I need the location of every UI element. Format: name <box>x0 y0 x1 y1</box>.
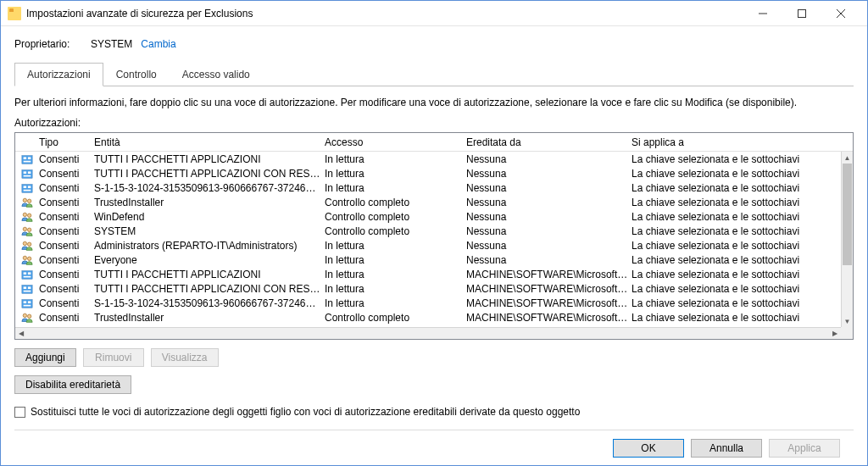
cell-ereditata: Nessuna <box>463 153 628 165</box>
tab-auditing[interactable]: Controllo <box>103 63 170 86</box>
cell-entita: TUTTI I PACCHETTI APPLICAZIONI <box>91 153 321 165</box>
permissions-label: Autorizzazioni: <box>14 117 854 129</box>
package-icon <box>19 182 36 194</box>
cell-ereditata: Nessuna <box>463 182 628 194</box>
svg-rect-5 <box>24 157 27 159</box>
close-button[interactable] <box>821 2 860 25</box>
cell-entita: TUTTI I PACCHETTI APPLICAZIONI CON RESTR… <box>91 283 321 295</box>
svg-point-22 <box>23 241 26 245</box>
svg-rect-34 <box>22 299 32 308</box>
cell-entita: TrustedInstaller <box>91 197 321 208</box>
ok-button[interactable]: OK <box>613 439 684 458</box>
cell-entita: TUTTI I PACCHETTI APPLICAZIONI <box>91 269 321 280</box>
owner-row: Proprietario: SYSTEM Cambia <box>14 38 854 50</box>
table-row[interactable]: ConsentiTUTTI I PACCHETTI APPLICAZIONIIn… <box>15 267 841 281</box>
minimize-button[interactable] <box>743 2 782 25</box>
cell-ereditata: MACHINE\SOFTWARE\Microsoft\Wind... <box>463 269 628 280</box>
replace-checkbox-label: Sostituisci tutte le voci di autorizzazi… <box>31 406 580 418</box>
svg-rect-10 <box>28 171 31 174</box>
svg-point-16 <box>23 198 26 202</box>
col-ereditata[interactable]: Ereditata da <box>463 136 628 148</box>
cell-entita: S-1-15-3-1024-3153509613-960666767-37246… <box>91 182 321 194</box>
group-icon <box>19 240 36 252</box>
svg-rect-9 <box>24 171 27 174</box>
cell-ereditata: Nessuna <box>463 168 628 180</box>
scroll-left-icon[interactable]: ◀ <box>15 328 27 339</box>
cell-tipo: Consenti <box>36 225 91 237</box>
svg-rect-33 <box>24 290 31 291</box>
svg-point-18 <box>23 213 26 216</box>
table-row[interactable]: ConsentiTUTTI I PACCHETTI APPLICAZIONI C… <box>15 166 841 180</box>
svg-point-21 <box>27 228 31 231</box>
svg-rect-30 <box>22 285 32 293</box>
svg-rect-7 <box>24 160 31 162</box>
scroll-corner <box>841 327 853 339</box>
table-row[interactable]: ConsentiTUTTI I PACCHETTI APPLICAZIONIIn… <box>15 152 841 166</box>
cell-entita: TUTTI I PACCHETTI APPLICAZIONI CON RESTR… <box>91 168 321 180</box>
table-row[interactable]: ConsentiTrustedInstallerControllo comple… <box>15 310 841 325</box>
cell-accesso: In lettura <box>321 254 463 266</box>
svg-rect-28 <box>28 272 31 275</box>
svg-rect-1 <box>798 9 806 17</box>
cell-applica: La chiave selezionata e le sottochiavi <box>628 211 841 223</box>
tab-permissions[interactable]: Autorizzazioni <box>14 63 103 86</box>
table-row[interactable]: ConsentiS-1-15-3-1024-3153509613-9606667… <box>15 180 841 195</box>
scroll-up-icon[interactable]: ▲ <box>842 152 853 164</box>
svg-point-17 <box>27 199 31 202</box>
table-row[interactable]: ConsentiAdministrators (REPARTO-IT\Admin… <box>15 238 841 252</box>
cell-accesso: Controllo completo <box>321 312 463 324</box>
table-row[interactable]: ConsentiEveryoneIn letturaNessunaLa chia… <box>15 252 841 267</box>
cell-tipo: Consenti <box>36 254 91 266</box>
cell-applica: La chiave selezionata e le sottochiavi <box>628 254 841 266</box>
table-row[interactable]: ConsentiTrustedInstallerControllo comple… <box>15 195 841 209</box>
button-row-2: Disabilita ereditarietà <box>14 375 854 394</box>
scroll-right-icon[interactable]: ▶ <box>829 328 841 339</box>
cell-applica: La chiave selezionata e le sottochiavi <box>628 283 841 295</box>
change-owner-link[interactable]: Cambia <box>141 38 175 50</box>
remove-button: Rimuovi <box>83 348 144 367</box>
tab-effective-access[interactable]: Accesso valido <box>170 63 263 86</box>
replace-checkbox-row: Sostituisci tutte le voci di autorizzazi… <box>14 406 854 418</box>
package-icon <box>19 168 36 180</box>
col-tipo[interactable]: Tipo <box>36 136 91 148</box>
cell-tipo: Consenti <box>36 283 91 295</box>
cell-tipo: Consenti <box>36 211 91 223</box>
instructions-text: Per ulteriori informazioni, fare doppio … <box>14 97 854 108</box>
svg-point-23 <box>27 242 31 246</box>
table-row[interactable]: ConsentiTUTTI I PACCHETTI APPLICAZIONI C… <box>15 281 841 296</box>
maximize-button[interactable] <box>782 2 821 25</box>
svg-point-24 <box>23 256 26 259</box>
table-row[interactable]: ConsentiS-1-15-3-1024-3153509613-9606667… <box>15 296 841 310</box>
svg-point-19 <box>27 214 31 217</box>
col-applica[interactable]: Si applica a <box>628 136 853 148</box>
svg-rect-35 <box>24 301 27 303</box>
col-entita[interactable]: Entità <box>91 136 321 148</box>
cell-accesso: Controllo completo <box>321 225 463 237</box>
group-icon <box>19 254 36 266</box>
cell-ereditata: Nessuna <box>463 225 628 237</box>
add-button[interactable]: Aggiungi <box>14 348 76 367</box>
cell-entita: SYSTEM <box>91 225 321 237</box>
replace-checkbox[interactable] <box>14 407 25 418</box>
col-accesso[interactable]: Accesso <box>321 136 463 148</box>
table-row[interactable]: ConsentiWinDefendControllo completoNessu… <box>15 209 841 224</box>
scroll-thumb[interactable] <box>843 164 852 265</box>
apply-button: Applica <box>769 439 840 458</box>
cancel-button[interactable]: Annulla <box>691 439 762 458</box>
table-row[interactable]: ConsentiSYSTEMControllo completoNessunaL… <box>15 224 841 238</box>
cell-tipo: Consenti <box>36 240 91 252</box>
cell-accesso: In lettura <box>321 168 463 180</box>
cell-applica: La chiave selezionata e le sottochiavi <box>628 297 841 309</box>
grid-rows: ConsentiTUTTI I PACCHETTI APPLICAZIONIIn… <box>15 152 841 327</box>
vertical-scrollbar[interactable]: ▲ ▼ <box>841 152 853 327</box>
svg-point-25 <box>27 257 31 260</box>
svg-rect-8 <box>22 169 32 178</box>
titlebar[interactable]: Impostazioni avanzate di sicurezza per E… <box>1 1 867 26</box>
window-title: Impostazioni avanzate di sicurezza per E… <box>26 8 743 19</box>
scroll-down-icon[interactable]: ▼ <box>842 315 853 327</box>
disable-inheritance-button[interactable]: Disabilita ereditarietà <box>14 375 131 394</box>
permissions-grid: Tipo Entità Accesso Ereditata da Si appl… <box>14 132 854 340</box>
folder-icon <box>8 7 21 20</box>
horizontal-scrollbar[interactable]: ◀ ▶ <box>15 327 841 339</box>
svg-rect-27 <box>24 272 27 275</box>
